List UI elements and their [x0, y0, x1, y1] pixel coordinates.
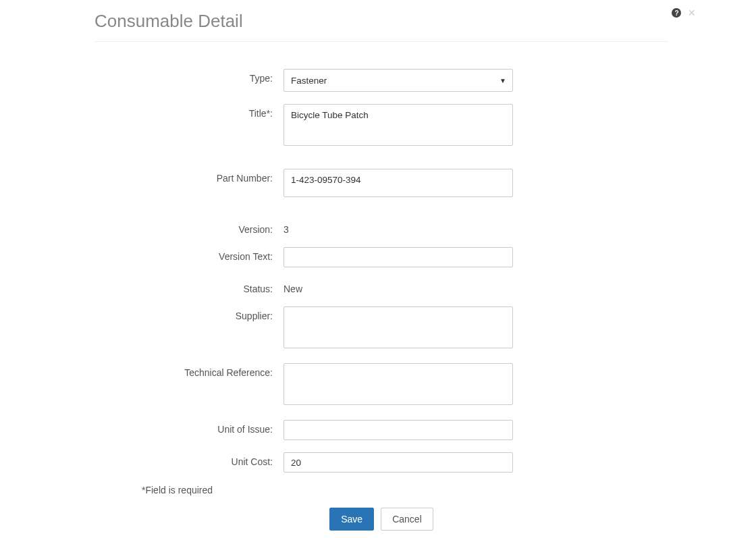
version-text-input[interactable] — [284, 247, 513, 267]
type-select[interactable]: Fastener — [284, 69, 513, 92]
consumable-detail-modal: Consumable Detail ? × Type: Fastener ▼ T… — [0, 0, 756, 538]
row-type: Type: Fastener ▼ — [94, 69, 668, 92]
title-input[interactable]: Bicycle Tube Patch — [284, 104, 513, 146]
label-type: Type: — [94, 69, 284, 84]
cancel-button[interactable]: Cancel — [381, 508, 433, 531]
row-unit-cost: Unit Cost: — [94, 452, 668, 473]
page-title: Consumable Detail — [94, 11, 668, 32]
unit-of-issue-input[interactable] — [284, 420, 513, 440]
unit-cost-input[interactable] — [284, 452, 513, 473]
label-title: Title*: — [94, 104, 284, 119]
label-status: Status: — [94, 279, 284, 294]
row-technical-reference: Technical Reference: — [94, 363, 668, 408]
label-supplier: Supplier: — [94, 306, 284, 321]
required-note: *Field is required — [142, 485, 668, 495]
label-version-text: Version Text: — [94, 247, 284, 262]
save-button[interactable]: Save — [329, 508, 374, 531]
row-version-text: Version Text: — [94, 247, 668, 267]
actions: Save Cancel — [94, 508, 668, 531]
row-supplier: Supplier: — [94, 306, 668, 351]
row-unit-of-issue: Unit of Issue: — [94, 420, 668, 440]
supplier-input[interactable] — [284, 306, 513, 348]
row-status: Status: New — [94, 279, 668, 294]
label-part-number: Part Number: — [94, 169, 284, 184]
row-version: Version: 3 — [94, 220, 668, 235]
help-icon[interactable]: ? — [672, 8, 681, 18]
close-icon[interactable]: × — [688, 8, 695, 18]
label-version: Version: — [94, 220, 284, 235]
label-technical-reference: Technical Reference: — [94, 363, 284, 378]
row-title: Title*: Bicycle Tube Patch — [94, 104, 668, 149]
row-part-number: Part Number: 1-423-09570-394 — [94, 169, 668, 200]
technical-reference-input[interactable] — [284, 363, 513, 405]
label-unit-of-issue: Unit of Issue: — [94, 420, 284, 435]
status-value: New — [284, 279, 513, 294]
header-icons: ? × — [672, 8, 695, 18]
part-number-input[interactable]: 1-423-09570-394 — [284, 169, 513, 197]
version-value: 3 — [284, 220, 513, 235]
form-body: Type: Fastener ▼ Title*: Bicycle Tube Pa… — [94, 69, 668, 531]
label-unit-cost: Unit Cost: — [94, 452, 284, 467]
modal-header: Consumable Detail ? × — [94, 11, 668, 42]
